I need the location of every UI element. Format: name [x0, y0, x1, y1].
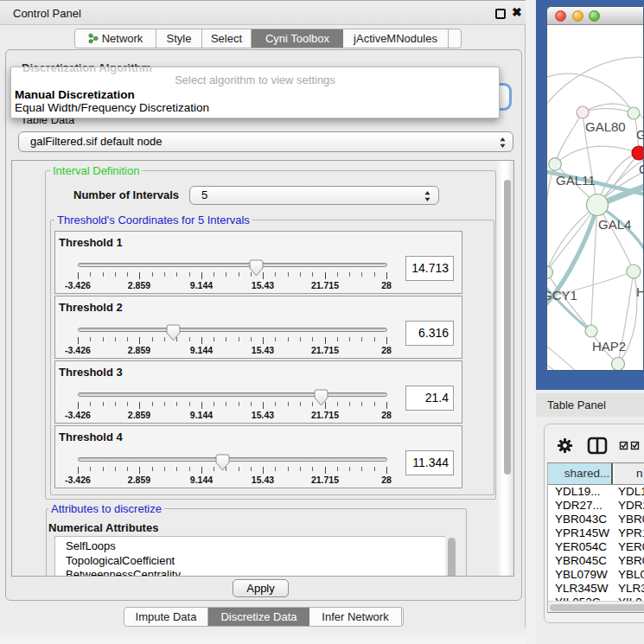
svg-text:GAL11: GAL11 [556, 173, 596, 188]
svg-text:C: C [639, 162, 644, 176]
svg-text:H: H [636, 284, 644, 299]
svg-text:GCY1: GCY1 [547, 288, 577, 303]
svg-text:HAP2: HAP2 [592, 339, 626, 354]
svg-text:GA: GA [636, 127, 644, 142]
svg-text:GAL4: GAL4 [598, 217, 631, 232]
svg-text:GAL80: GAL80 [585, 119, 626, 134]
